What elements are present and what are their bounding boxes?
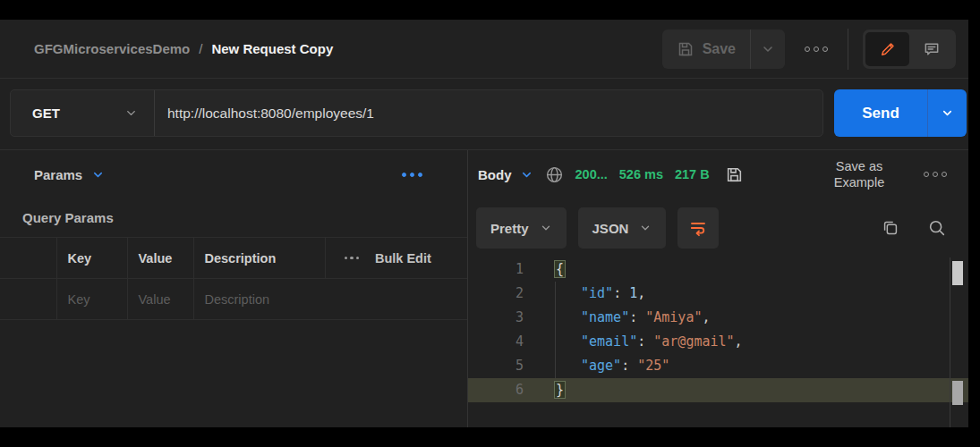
request-url-row: GET http://localhost:8080/employees/1 Se…: [0, 79, 968, 150]
response-size: 217 B: [675, 167, 710, 181]
chevron-down-icon: [520, 168, 533, 181]
right-sidebar-toggle: [863, 30, 956, 69]
code-line-content: "id": 1,: [545, 282, 645, 306]
scrollbar-thumb[interactable]: [952, 261, 963, 285]
table-header-row: Key Value Description Bulk Edit: [0, 238, 467, 279]
breadcrumb-request-name[interactable]: New Request Copy: [211, 41, 333, 56]
send-button[interactable]: Send: [834, 89, 927, 137]
method-select[interactable]: GET: [11, 90, 155, 136]
breadcrumb-separator: /: [199, 41, 202, 56]
description-input[interactable]: Description: [193, 279, 325, 320]
chevron-down-icon: [540, 222, 552, 234]
save-response-icon[interactable]: [725, 165, 744, 184]
chevron-down-icon: [639, 222, 652, 234]
code-row: 5"age": "25": [468, 354, 968, 378]
column-options-icon[interactable]: [345, 257, 360, 260]
breadcrumb: GFGMicroservicesDemo / New Request Copy: [34, 41, 333, 56]
line-number: 2: [468, 282, 545, 306]
line-number: 1: [468, 257, 545, 282]
chevron-down-icon: [124, 106, 138, 120]
send-options-button[interactable]: [927, 89, 967, 137]
column-header-description: Description: [193, 238, 325, 279]
save-as-example-button[interactable]: Save as Example: [821, 158, 898, 190]
edit-docs-button[interactable]: [865, 32, 909, 66]
code-lines: 1{2"id": 1,3"name": "Amiya",4"email": "a…: [468, 257, 968, 402]
comment-icon: [923, 40, 941, 58]
key-input[interactable]: Key: [56, 279, 127, 320]
code-line-content: "email": "ar@gmail",: [545, 330, 743, 354]
method-label: GET: [32, 105, 60, 121]
line-number: 6: [468, 378, 545, 402]
params-more-options-icon[interactable]: [396, 173, 428, 177]
response-time: 526 ms: [619, 167, 663, 181]
word-wrap-button[interactable]: [677, 207, 719, 249]
format-select[interactable]: Pretty: [476, 207, 567, 249]
request-panel: Params Query Params Key Value Descriptio…: [0, 150, 468, 427]
save-options-button[interactable]: [750, 30, 785, 69]
line-number: 3: [468, 306, 545, 330]
scrollbar-track: [950, 257, 950, 427]
chevron-down-icon: [91, 168, 105, 181]
save-button[interactable]: Save: [662, 30, 750, 69]
row-checkbox-cell[interactable]: [0, 279, 56, 320]
url-input[interactable]: http://localhost:8080/employees/1: [155, 90, 822, 136]
code-line-content: "age": "25": [545, 354, 669, 378]
query-params-title: Query Params: [0, 198, 467, 237]
pencil-icon: [879, 40, 897, 58]
code-row: 6}: [468, 378, 968, 402]
search-icon[interactable]: [927, 218, 947, 238]
code-line-content: "name": "Amiya",: [545, 306, 711, 330]
line-number: 4: [468, 330, 545, 354]
chevron-down-icon: [761, 42, 775, 56]
code-row: 1{: [468, 257, 968, 282]
scrollbar-cursor-mark[interactable]: [952, 381, 963, 405]
format-label: Pretty: [490, 221, 529, 236]
code-line-content: }: [545, 378, 566, 402]
body-tab-label: Body: [478, 167, 512, 182]
tab-body[interactable]: Body: [478, 167, 533, 182]
code-row: 2"id": 1,: [468, 282, 968, 306]
indent-guide: [555, 282, 556, 378]
code-row: 4"email": "ar@gmail",: [468, 330, 968, 354]
chevron-down-icon: [941, 106, 954, 120]
breadcrumb-collection[interactable]: GFGMicroservicesDemo: [34, 41, 190, 56]
params-tab-label: Params: [34, 167, 82, 182]
save-icon: [677, 40, 695, 58]
more-options-icon[interactable]: [799, 46, 833, 52]
value-input[interactable]: Value: [127, 279, 193, 320]
app-window: GFGMicroservicesDemo / New Request Copy …: [0, 20, 968, 427]
globe-icon[interactable]: [545, 165, 564, 184]
header-divider: [848, 29, 848, 70]
code-line-content: {: [545, 257, 566, 282]
status-code[interactable]: 200...: [575, 167, 608, 181]
response-panel: Body 200... 526 ms 217 B: [468, 150, 968, 427]
save-split-button: Save: [662, 30, 785, 69]
column-header-key: Key: [56, 238, 127, 279]
request-header: GFGMicroservicesDemo / New Request Copy …: [0, 20, 968, 79]
response-body-editor[interactable]: 1{2"id": 1,3"name": "Amiya",4"email": "a…: [468, 257, 968, 427]
comments-button[interactable]: [909, 32, 953, 66]
column-header-value: Value: [127, 238, 193, 279]
query-params-table: Key Value Description Bulk Edit Key Valu…: [0, 237, 467, 320]
bulk-edit-button[interactable]: Bulk Edit: [375, 251, 431, 266]
tab-params[interactable]: Params: [34, 167, 105, 182]
language-select[interactable]: JSON: [578, 207, 667, 249]
copy-icon[interactable]: [881, 218, 900, 238]
save-button-label: Save: [703, 41, 736, 57]
table-row: Key Value Description: [0, 279, 467, 320]
code-row: 3"name": "Amiya",: [468, 306, 968, 330]
response-more-options-icon[interactable]: [918, 172, 952, 177]
word-wrap-icon: [688, 218, 708, 238]
language-label: JSON: [592, 221, 629, 236]
checkbox-column: [0, 238, 56, 279]
line-number: 5: [468, 354, 545, 378]
